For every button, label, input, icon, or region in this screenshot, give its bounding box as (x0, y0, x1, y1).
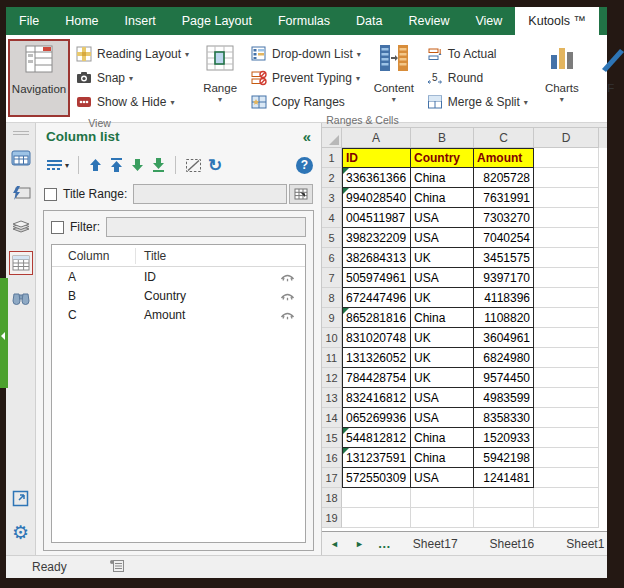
amount-cell[interactable]: 9574450 (474, 368, 534, 388)
row-number[interactable]: 16 (322, 448, 342, 468)
charts-button[interactable]: Charts ▾ (534, 38, 590, 114)
country-cell[interactable]: China (411, 168, 474, 188)
visibility-eye-icon[interactable] (280, 287, 295, 305)
sheet-tab-sheet1[interactable]: Sheet1 (550, 532, 620, 555)
id-cell[interactable]: 994028540 (342, 188, 411, 208)
reading-layout-button[interactable]: Reading Layout ▾ (76, 42, 189, 66)
column-list-item[interactable]: AID (52, 267, 305, 286)
title-range-input[interactable] (133, 184, 287, 204)
workbook-sheet-list-icon[interactable] (9, 146, 33, 170)
id-cell[interactable]: 131237591 (342, 448, 411, 468)
amount-cell[interactable]: 3451575 (474, 248, 534, 268)
ribbon-tab-page-layout[interactable]: Page Layout (169, 7, 265, 35)
amount-cell[interactable]: 8358330 (474, 408, 534, 428)
move-to-top-button[interactable] (106, 153, 127, 177)
row-number[interactable]: 6 (322, 248, 342, 268)
id-cell[interactable]: 784428754 (342, 368, 411, 388)
row-number[interactable]: 17 (322, 468, 342, 488)
amount-cell[interactable]: 9397170 (474, 268, 534, 288)
row-number[interactable]: 4 (322, 208, 342, 228)
country-cell[interactable]: USA (411, 228, 474, 248)
amount-cell[interactable]: 5942198 (474, 448, 534, 468)
amount-cell[interactable]: 1108820 (474, 308, 534, 328)
select-range-button[interactable] (182, 153, 205, 177)
ribbon-tab-home[interactable]: Home (52, 7, 111, 35)
sheet-tab-sheet17[interactable]: Sheet17 (397, 532, 474, 555)
row-number[interactable]: 15 (322, 428, 342, 448)
header-cell[interactable]: ID (342, 148, 411, 168)
amount-cell[interactable]: 3604961 (474, 328, 534, 348)
show-hide-button[interactable]: Show & Hide ▾ (76, 90, 189, 114)
settings-gear-icon[interactable]: ⚙ (9, 521, 33, 545)
empty-cell[interactable] (534, 228, 599, 248)
move-to-bottom-button[interactable] (148, 153, 169, 177)
sheet-grid[interactable]: ABCD1IDCountryAmount2336361366China82057… (322, 128, 607, 531)
id-cell[interactable]: 505974961 (342, 268, 411, 288)
id-cell[interactable]: 865281816 (342, 308, 411, 328)
more-sheets-button[interactable]: … (372, 532, 397, 555)
filter-checkbox[interactable] (51, 221, 64, 234)
empty-cell[interactable] (534, 488, 599, 508)
empty-cell[interactable] (534, 448, 599, 468)
empty-cell[interactable] (534, 268, 599, 288)
help-button[interactable]: ? (296, 157, 313, 174)
empty-cell[interactable] (474, 508, 534, 528)
empty-cell[interactable] (534, 468, 599, 488)
select-all-button[interactable] (322, 128, 342, 148)
row-number[interactable]: 18 (322, 488, 342, 508)
empty-cell[interactable] (534, 328, 599, 348)
country-cell[interactable]: UK (411, 348, 474, 368)
range-picker-button[interactable] (289, 184, 313, 204)
row-number[interactable]: 1 (322, 148, 342, 168)
country-cell[interactable]: China (411, 308, 474, 328)
ribbon-tab-insert[interactable]: Insert (112, 7, 169, 35)
refresh-button[interactable]: ↻ (205, 153, 225, 177)
amount-cell[interactable]: 1241481 (474, 468, 534, 488)
list-options-menu-button[interactable]: ▾ (44, 153, 72, 177)
row-number[interactable]: 19 (322, 508, 342, 528)
row-number[interactable]: 7 (322, 268, 342, 288)
ribbon-tab-data[interactable]: Data (343, 7, 395, 35)
empty-cell[interactable] (534, 148, 599, 168)
row-number[interactable]: 2 (322, 168, 342, 188)
header-cell[interactable]: Country (411, 148, 474, 168)
country-cell[interactable]: USA (411, 388, 474, 408)
column-list-icon[interactable] (9, 251, 33, 275)
id-cell[interactable]: 336361366 (342, 168, 411, 188)
ribbon-tab-formulas[interactable]: Formulas (265, 7, 343, 35)
id-cell[interactable]: 672447496 (342, 288, 411, 308)
country-cell[interactable]: UK (411, 368, 474, 388)
empty-cell[interactable] (411, 488, 474, 508)
to-actual-button[interactable]: To Actual (427, 42, 528, 66)
empty-cell[interactable] (534, 388, 599, 408)
ribbon-tab-file[interactable]: File (6, 7, 52, 35)
amount-cell[interactable]: 4983599 (474, 388, 534, 408)
id-cell[interactable]: 382684313 (342, 248, 411, 268)
country-cell[interactable]: UK (411, 248, 474, 268)
content-button[interactable]: Content ▾ (367, 38, 421, 114)
ribbon-tab-kutools[interactable]: Kutools ™ (515, 7, 599, 35)
country-cell[interactable]: China (411, 428, 474, 448)
empty-cell[interactable] (534, 348, 599, 368)
empty-cell[interactable] (534, 208, 599, 228)
row-number[interactable]: 10 (322, 328, 342, 348)
id-cell[interactable]: 131326052 (342, 348, 411, 368)
row-number[interactable]: 11 (322, 348, 342, 368)
name-manager-icon[interactable] (9, 216, 33, 240)
move-up-button[interactable] (85, 153, 106, 177)
id-cell[interactable]: 398232209 (342, 228, 411, 248)
row-number[interactable]: 8 (322, 288, 342, 308)
row-number[interactable]: 12 (322, 368, 342, 388)
next-sheet-button[interactable]: ► (347, 532, 372, 555)
pane-collapse-button[interactable]: « (303, 128, 311, 145)
country-cell[interactable]: China (411, 188, 474, 208)
amount-cell[interactable]: 1520933 (474, 428, 534, 448)
snap-button[interactable]: Snap ▾ (76, 66, 189, 90)
country-cell[interactable]: UK (411, 328, 474, 348)
id-cell[interactable]: 544812812 (342, 428, 411, 448)
header-cell[interactable]: Amount (474, 148, 534, 168)
empty-cell[interactable] (474, 488, 534, 508)
prev-sheet-button[interactable]: ◄ (322, 532, 347, 555)
amount-cell[interactable]: 8205728 (474, 168, 534, 188)
column-list-item[interactable]: BCountry (52, 286, 305, 305)
